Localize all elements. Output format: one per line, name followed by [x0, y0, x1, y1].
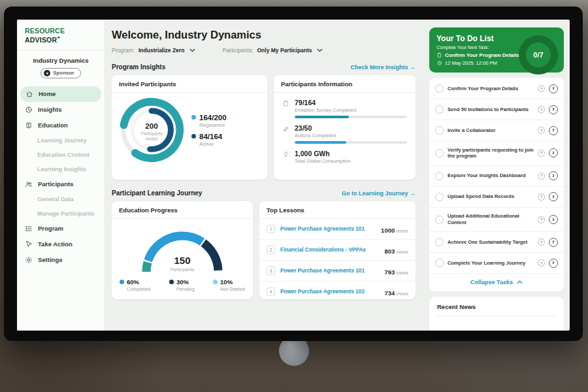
task-checkbox[interactable]: [435, 259, 444, 267]
chevron-right-icon[interactable]: ›: [549, 238, 558, 247]
lesson-link[interactable]: Power Purchase Agreements 101: [280, 226, 381, 232]
todo-task-row[interactable]: Confirm Your Program Details ? ›: [429, 78, 564, 99]
chevron-right-icon[interactable]: ›: [549, 171, 558, 180]
info-icon[interactable]: ?: [538, 150, 545, 157]
app-logo: RESOURCE ADVISOR+: [17, 20, 105, 50]
take-action-icon: [25, 240, 33, 248]
lesson-rank: 3: [267, 267, 275, 275]
legend-dot: [169, 280, 174, 284]
todo-task-row[interactable]: Upload Additional Educational Content ? …: [429, 208, 564, 233]
todo-task-row[interactable]: Upload Spend Data Records ? ›: [429, 187, 564, 208]
lesson-row: 2 Financial Considerations - VPPAs 803vi…: [259, 240, 416, 261]
legend-item: 84/164 Active: [191, 133, 227, 147]
go-to-learning-journey-link[interactable]: Go to Learning Journey →: [342, 190, 416, 197]
list-icon: [25, 225, 33, 233]
stat-row: 79/164 Emission Survey Completed: [282, 99, 407, 118]
info-icon[interactable]: ?: [538, 85, 545, 92]
stat-label: Emission Survey Completed: [295, 107, 407, 113]
lesson-views: 803: [384, 248, 395, 255]
chevron-right-icon[interactable]: ›: [549, 215, 558, 224]
bulb-icon: [282, 151, 289, 158]
info-icon[interactable]: ?: [538, 216, 545, 223]
chevron-right-icon[interactable]: ›: [549, 192, 558, 201]
stat-label: Total Global Consumption: [295, 158, 407, 164]
legend-item: 164/200 Registered: [191, 114, 227, 128]
sidebar-item-home[interactable]: Home: [20, 86, 101, 102]
sidebar-item-education[interactable]: Education: [17, 118, 105, 133]
main-content: Welcome, Industry Dynamics Program:Indus…: [105, 20, 423, 331]
todo-task-row[interactable]: Invite a Collaborator ? ›: [429, 120, 564, 141]
sponsor-badge: ● Sponsor: [41, 68, 80, 78]
collapse-tasks-link[interactable]: Collapse Tasks: [429, 274, 564, 290]
legend-item: 30% Pending: [169, 278, 195, 292]
legend-label: Registered: [199, 122, 227, 128]
stat-row: 1,000 GWh Total Global Consumption: [282, 150, 407, 164]
info-icon[interactable]: ?: [538, 106, 545, 113]
program-dropdown[interactable]: Program:Industrialize Zero: [112, 47, 195, 54]
lesson-link[interactable]: Power Purchase Agreements 102: [280, 289, 384, 295]
chevron-right-icon[interactable]: ›: [549, 259, 558, 268]
sidebar-item-program[interactable]: Program: [17, 221, 105, 237]
task-checkbox[interactable]: [435, 193, 444, 201]
sponsor-label: Sponsor: [53, 70, 74, 76]
task-checkbox[interactable]: [435, 84, 444, 93]
task-checkbox[interactable]: [435, 238, 444, 246]
chevron-right-icon[interactable]: ›: [549, 126, 558, 135]
chevron-right-icon[interactable]: ›: [549, 84, 558, 93]
info-icon[interactable]: ?: [538, 238, 545, 246]
stat-label: Actions Completed: [295, 133, 407, 139]
legend-value: 164/200: [199, 114, 227, 122]
svg-text:Participants: Participants: [141, 131, 163, 137]
info-icon[interactable]: ?: [538, 193, 545, 201]
sidebar-item-manage-participants[interactable]: Manage Participants: [17, 206, 105, 221]
lesson-rank: 2: [267, 246, 275, 254]
todo-task-row[interactable]: Verify participants requesting to join t…: [429, 141, 564, 166]
todo-task-row[interactable]: Send 50 Invitations to Participants ? ›: [429, 99, 564, 120]
task-checkbox[interactable]: [435, 172, 444, 180]
chevron-up-icon: [517, 280, 523, 284]
legend-label: Active: [199, 141, 227, 147]
sidebar-item-education-content[interactable]: Education Content: [17, 148, 105, 162]
task-checkbox[interactable]: [435, 126, 444, 135]
filters-row: Program:Industrialize Zero Participants:…: [112, 47, 416, 54]
sidebar-item-participants[interactable]: Participants: [17, 176, 105, 192]
participants-icon: [25, 180, 33, 188]
logo-text-primary: RESOURCE: [25, 27, 65, 35]
sidebar-item-general-data[interactable]: General Data: [17, 192, 105, 206]
progress-bar-fill: [295, 116, 349, 118]
chevron-down-icon: [317, 48, 323, 52]
lesson-row: 4 Power Purchase Agreements 102 734views: [259, 282, 416, 299]
todo-task-row[interactable]: Achieve One Sustainability Target ? ›: [429, 232, 564, 253]
sponsor-icon: ●: [44, 70, 50, 76]
participants-dropdown[interactable]: Participants:Only My Participants: [223, 47, 323, 54]
sidebar-item-insights[interactable]: Insights: [17, 102, 105, 118]
sidebar-item-settings[interactable]: Settings: [17, 252, 105, 268]
svg-text:Participants: Participants: [171, 267, 195, 272]
org-name: Industry Dynamics: [17, 57, 105, 64]
sidebar-item-take-action[interactable]: Take Action: [17, 237, 105, 252]
program-value: Industrialize Zero: [139, 47, 184, 54]
card-title: Invited Participants: [112, 75, 267, 93]
todo-task-row[interactable]: Complete Your Learning Journey ? ›: [429, 253, 564, 274]
info-icon[interactable]: ?: [538, 172, 545, 180]
todo-task-row[interactable]: Explore Your Insights Dashboard ? ›: [429, 166, 564, 187]
task-checkbox[interactable]: [435, 216, 444, 224]
chevron-right-icon[interactable]: ›: [549, 148, 558, 157]
info-icon[interactable]: ?: [538, 127, 545, 134]
stat-row: 23/50 Actions Completed: [282, 124, 407, 144]
todo-next-task: Confirm Your Program Details: [445, 52, 519, 58]
task-checkbox[interactable]: [435, 149, 444, 157]
task-checkbox[interactable]: [435, 105, 444, 114]
clock-icon: [436, 60, 442, 66]
sidebar-item-learning-journey[interactable]: Learning Journey: [17, 133, 105, 148]
sidebar-item-learning-insights[interactable]: Learning Insights: [17, 162, 105, 176]
monitor-bezel: RESOURCE ADVISOR+ Industry Dynamics ● Sp…: [4, 7, 583, 341]
legend-dot: [213, 280, 218, 284]
lesson-link[interactable]: Financial Considerations - VPPAs: [280, 247, 384, 253]
recent-news-card: Recent News: [429, 297, 564, 331]
chevron-right-icon[interactable]: ›: [549, 105, 558, 114]
lesson-views: 793: [384, 269, 395, 276]
lesson-link[interactable]: Power Purchase Agreements 101: [280, 268, 384, 274]
info-icon[interactable]: ?: [538, 259, 545, 267]
check-more-insights-link[interactable]: Check More Insights →: [350, 64, 416, 71]
